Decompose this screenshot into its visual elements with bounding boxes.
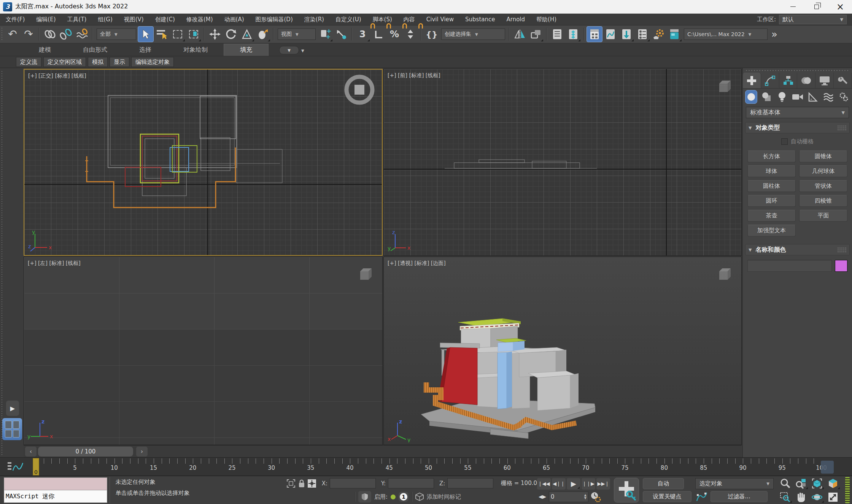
time-configuration-button[interactable] bbox=[590, 491, 601, 502]
ribbon-tab[interactable]: 选择 bbox=[123, 44, 167, 56]
key-filters-button[interactable]: 过滤器... bbox=[711, 491, 768, 502]
next-frame-button[interactable]: ❘❘▶ bbox=[582, 478, 595, 490]
minimize-button[interactable] bbox=[781, 0, 805, 14]
ribbon-tab[interactable]: 填充 bbox=[224, 44, 269, 56]
ribbon-minimize-button[interactable]: ▼ bbox=[279, 46, 299, 54]
percent-snap-button[interactable]: % bbox=[386, 26, 402, 42]
current-frame-marker[interactable]: 0 bbox=[33, 458, 39, 475]
select-and-place-button[interactable] bbox=[255, 26, 271, 42]
expand-trackview-button[interactable]: ▶ bbox=[6, 401, 19, 416]
menu-item[interactable]: 视图(V) bbox=[118, 14, 149, 25]
workspace-dropdown[interactable]: 默认▼ bbox=[779, 15, 847, 24]
x-coordinate-field[interactable] bbox=[330, 478, 376, 488]
dock-grip[interactable] bbox=[1, 70, 3, 455]
material-editor-button[interactable] bbox=[634, 26, 650, 42]
object-name-field[interactable] bbox=[747, 260, 832, 272]
helpers-category-button[interactable] bbox=[807, 90, 819, 104]
zoom-extents-button[interactable] bbox=[809, 477, 825, 490]
select-and-rotate-button[interactable] bbox=[223, 26, 239, 42]
viewport-label[interactable]: [+] [左] [标准] [线框] bbox=[28, 260, 81, 267]
primitive-button[interactable]: 圆柱体 bbox=[747, 180, 796, 192]
rendered-frame-window-button[interactable] bbox=[666, 26, 682, 42]
menu-item[interactable]: 帮助(H) bbox=[531, 14, 562, 25]
menu-item[interactable]: 图形编辑器(D) bbox=[250, 14, 299, 25]
viewport-front[interactable]: [+] [前] [标准] [线框] z x y bbox=[383, 69, 742, 256]
ribbon-tab[interactable]: 建模 bbox=[23, 44, 67, 56]
set-key-button[interactable]: 设置关键点 bbox=[643, 491, 691, 502]
ribbon-tool-button[interactable]: 定义空闲区域 bbox=[43, 57, 86, 67]
curve-editor-button[interactable] bbox=[602, 26, 618, 42]
restore-button[interactable] bbox=[805, 0, 828, 14]
current-frame-field[interactable]: 0 ▲▼ bbox=[549, 491, 588, 502]
key-filters-icon[interactable] bbox=[695, 491, 708, 502]
previous-frame-arrow[interactable]: ‹ bbox=[25, 447, 37, 456]
object-type-rollout-header[interactable]: ▼ 对象类型 bbox=[745, 122, 850, 133]
ribbon-tab[interactable]: 自由形式 bbox=[67, 44, 123, 56]
set-keys-button[interactable] bbox=[614, 478, 639, 502]
panel-grip[interactable] bbox=[745, 69, 850, 72]
viewport-left[interactable]: [+] [左] [标准] [线框] z y x bbox=[24, 257, 383, 445]
absolute-mode-icon[interactable] bbox=[307, 479, 316, 488]
mirror-button[interactable] bbox=[512, 26, 528, 42]
undo-button[interactable]: ↶ bbox=[5, 26, 21, 42]
y-coordinate-field[interactable] bbox=[388, 478, 434, 488]
select-by-name-button[interactable] bbox=[154, 26, 170, 42]
toggle-scene-explorer-button[interactable] bbox=[549, 26, 565, 42]
ribbon-tool-button[interactable]: 定义流 bbox=[16, 57, 41, 67]
primitive-button[interactable]: 圆环 bbox=[747, 195, 796, 207]
display-tab[interactable] bbox=[815, 73, 834, 88]
frame-spinner[interactable]: ▲▼ bbox=[584, 494, 587, 500]
primitive-button[interactable]: 平面 bbox=[799, 210, 847, 222]
selection-lock-icon[interactable] bbox=[298, 479, 305, 488]
menu-item[interactable]: Civil View bbox=[421, 14, 459, 25]
primitive-button[interactable]: 管状体 bbox=[799, 180, 847, 192]
autogrid-checkbox[interactable] bbox=[781, 138, 788, 145]
coordinate-system-dropdown[interactable]: 视图▼ bbox=[278, 29, 316, 40]
zoom-all-button[interactable] bbox=[793, 477, 809, 490]
frame-indicator[interactable]: 0 / 100 bbox=[38, 447, 133, 456]
toolbar-grip[interactable] bbox=[1, 27, 3, 41]
time-slider[interactable]: ‹ 0 / 100 › bbox=[24, 445, 742, 457]
select-and-scale-button[interactable] bbox=[239, 26, 255, 42]
schematic-view-button[interactable] bbox=[618, 26, 634, 42]
menu-item[interactable]: Arnold bbox=[501, 14, 531, 25]
menu-item[interactable]: 组(G) bbox=[92, 14, 118, 25]
selection-set-dropdown[interactable]: 选定对象▼ bbox=[695, 478, 774, 489]
utilities-tab[interactable] bbox=[834, 73, 852, 88]
shapes-category-button[interactable] bbox=[761, 90, 773, 104]
primitive-category-dropdown[interactable]: 标准基本体▼ bbox=[746, 107, 849, 118]
unlink-button[interactable] bbox=[58, 26, 74, 42]
frame-nudge-icon[interactable]: ◀▶ bbox=[537, 491, 548, 502]
rectangular-selection-region-button[interactable] bbox=[170, 26, 186, 42]
ribbon-tool-button[interactable]: 模拟 bbox=[88, 57, 108, 67]
selection-region-icon[interactable] bbox=[286, 479, 296, 488]
cameras-category-button[interactable] bbox=[792, 90, 804, 104]
primitive-button[interactable]: 球体 bbox=[747, 165, 796, 177]
spinner-snap-button[interactable] bbox=[402, 26, 418, 42]
viewcube-mini[interactable] bbox=[716, 80, 733, 95]
create-tab[interactable] bbox=[743, 73, 761, 88]
object-color-swatch[interactable] bbox=[835, 260, 847, 272]
edit-named-selection-sets-button[interactable]: {} bbox=[424, 26, 440, 42]
toggle-layer-explorer-button[interactable] bbox=[565, 26, 581, 42]
maximize-viewport-toggle-button[interactable] bbox=[825, 491, 841, 504]
zoom-region-button[interactable] bbox=[777, 491, 793, 504]
orbit-button[interactable] bbox=[809, 491, 825, 504]
viewport-label[interactable]: [+] [正交] [标准] [线框] bbox=[28, 73, 86, 79]
spacewarps-category-button[interactable] bbox=[822, 90, 834, 104]
toggle-ribbon-button[interactable] bbox=[587, 26, 602, 42]
zoom-button[interactable] bbox=[777, 477, 793, 490]
viewcube[interactable] bbox=[343, 73, 376, 106]
render-setup-button[interactable] bbox=[650, 26, 666, 42]
selection-filter-dropdown[interactable]: 全部▼ bbox=[97, 29, 136, 40]
next-frame-arrow[interactable]: › bbox=[136, 447, 148, 456]
viewport-layout-tab-button[interactable] bbox=[2, 418, 22, 440]
geometry-category-button[interactable] bbox=[745, 90, 757, 104]
menu-item[interactable]: 修改器(M) bbox=[181, 14, 219, 25]
rollout-grip[interactable] bbox=[837, 247, 846, 252]
select-and-link-button[interactable] bbox=[42, 26, 58, 42]
primitive-button[interactable]: 几何球体 bbox=[799, 165, 847, 177]
systems-category-button[interactable] bbox=[838, 90, 850, 104]
previous-frame-button[interactable]: ◀❘❘ bbox=[552, 478, 566, 490]
menu-item[interactable]: Substance bbox=[459, 14, 501, 25]
